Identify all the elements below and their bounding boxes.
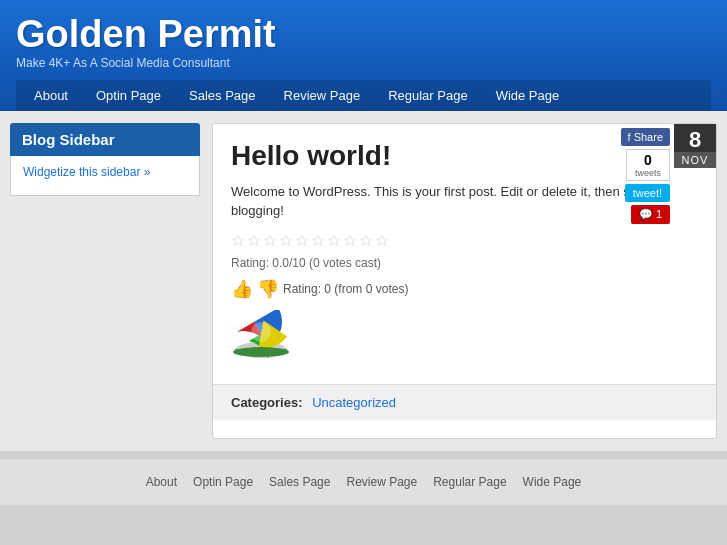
tweet-count: 0 <box>633 152 663 168</box>
nav-item-optin[interactable]: Optin Page <box>82 80 175 111</box>
categories-bar: Categories: Uncategorized <box>213 384 716 420</box>
star-8[interactable]: ☆ <box>343 231 357 250</box>
footer-nav-regular[interactable]: Regular Page <box>433 475 506 489</box>
svg-rect-3 <box>235 349 287 353</box>
pie-chart-icon <box>231 310 291 365</box>
widgetize-link[interactable]: Widgetize this sidebar » <box>23 165 150 179</box>
rating-detail: Rating: 0 (from 0 votes) <box>283 282 408 296</box>
tweet-count-box: 0 tweets <box>626 149 670 181</box>
sidebar: Blog Sidebar Widgetize this sidebar » <box>10 123 200 439</box>
footer-nav-sales[interactable]: Sales Page <box>269 475 330 489</box>
star-3[interactable]: ☆ <box>263 231 277 250</box>
star-6[interactable]: ☆ <box>311 231 325 250</box>
footer-nav-review[interactable]: Review Page <box>346 475 417 489</box>
star-1[interactable]: ☆ <box>231 231 245 250</box>
star-9[interactable]: ☆ <box>359 231 373 250</box>
tweet-label: tweets <box>633 168 663 178</box>
footer: About Optin Page Sales Page Review Page … <box>0 459 727 505</box>
nav-item-regular[interactable]: Regular Page <box>374 80 482 111</box>
star-rating: ☆ ☆ ☆ ☆ ☆ ☆ ☆ ☆ ☆ ☆ <box>231 231 698 250</box>
footer-nav-wide[interactable]: Wide Page <box>523 475 582 489</box>
star-10[interactable]: ☆ <box>375 231 389 250</box>
categories-label: Categories: <box>231 395 303 410</box>
site-tagline: Make 4K+ As A Social Media Consultant <box>16 56 711 70</box>
main-content: 8 NOV f Share 0 tweets tweet! 💬 1 <box>212 123 717 439</box>
content-wrapper: Blog Sidebar Widgetize this sidebar » 8 … <box>0 111 727 451</box>
star-7[interactable]: ☆ <box>327 231 341 250</box>
facebook-share-button[interactable]: f Share <box>621 128 670 146</box>
date-day: 8 <box>674 124 716 152</box>
comment-button[interactable]: 💬 1 <box>631 205 670 224</box>
rating-text: Rating: 0.0/10 (0 votes cast) <box>231 256 698 270</box>
footer-nav: About Optin Page Sales Page Review Page … <box>16 475 711 489</box>
svg-point-1 <box>251 322 271 342</box>
footer-nav-optin[interactable]: Optin Page <box>193 475 253 489</box>
comment-count: 1 <box>656 208 662 220</box>
footer-nav-about[interactable]: About <box>146 475 177 489</box>
star-2[interactable]: ☆ <box>247 231 261 250</box>
date-month: NOV <box>674 152 716 168</box>
nav-item-about[interactable]: About <box>20 80 82 111</box>
tweet-button[interactable]: tweet! <box>625 184 670 202</box>
thumbsdown-icon: 👎 <box>257 278 279 300</box>
site-header: Golden Permit Make 4K+ As A Social Media… <box>0 0 727 111</box>
rating-icons: 👍 👎 Rating: 0 (from 0 votes) <box>231 278 698 300</box>
share-label: Share <box>634 131 663 143</box>
site-title: Golden Permit <box>16 14 711 56</box>
comment-icon: 💬 <box>639 208 653 221</box>
nav-item-wide[interactable]: Wide Page <box>482 80 574 111</box>
nav-item-review[interactable]: Review Page <box>270 80 375 111</box>
main-nav: About Optin Page Sales Page Review Page … <box>16 80 711 111</box>
sidebar-body: Widgetize this sidebar » <box>10 156 200 196</box>
star-5[interactable]: ☆ <box>295 231 309 250</box>
facebook-icon: f <box>628 131 631 143</box>
thumbsup-icon: 👍 <box>231 278 253 300</box>
post-container: 8 NOV f Share 0 tweets tweet! 💬 1 <box>213 124 716 384</box>
social-buttons: f Share 0 tweets tweet! 💬 1 <box>621 124 670 224</box>
nav-item-sales[interactable]: Sales Page <box>175 80 270 111</box>
sidebar-title: Blog Sidebar <box>10 123 200 156</box>
star-4[interactable]: ☆ <box>279 231 293 250</box>
categories-value[interactable]: Uncategorized <box>312 395 396 410</box>
date-badge: 8 NOV <box>674 124 716 168</box>
